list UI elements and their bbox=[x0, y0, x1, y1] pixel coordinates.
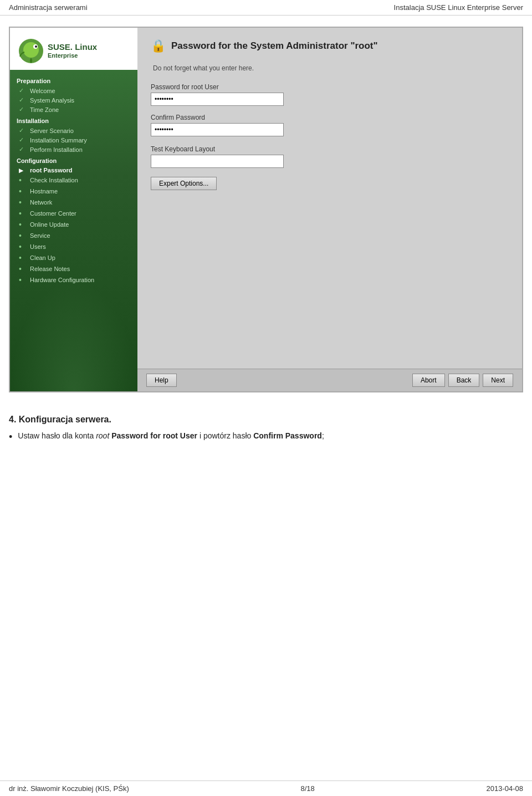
nav-item-clean-up[interactable]: • Clean Up bbox=[10, 252, 137, 263]
check-icon-system-analysis: ✓ bbox=[19, 96, 27, 104]
nav-item-welcome[interactable]: ✓ Welcome bbox=[10, 86, 137, 95]
nav-item-server-scenario[interactable]: ✓ Server Scenario bbox=[10, 126, 137, 135]
article-bullet-1: Ustaw hasło dla konta root Password for … bbox=[9, 431, 523, 443]
header-left: Administracja serwerami bbox=[9, 3, 88, 12]
nav-label-welcome: Welcome bbox=[30, 88, 55, 94]
article-heading: 4. Konfiguracja serwera. bbox=[9, 415, 523, 425]
abort-button[interactable]: Abort bbox=[412, 374, 445, 387]
keyboard-input[interactable] bbox=[151, 155, 284, 168]
logo-enterprise: Enterprise bbox=[48, 52, 97, 59]
logo-text: SUSE. Linux Enterprise bbox=[48, 42, 97, 59]
button-bar: Help Abort Back Next bbox=[137, 369, 522, 391]
bullet-service: • bbox=[19, 231, 27, 240]
bullet-clean-up: • bbox=[19, 253, 27, 262]
nav-item-network[interactable]: • Network bbox=[10, 197, 137, 208]
nav-section-preparation: Preparation bbox=[10, 74, 137, 86]
sidebar-background-decoration bbox=[10, 280, 137, 391]
nav-item-root-password[interactable]: ▶ root Password bbox=[10, 166, 137, 175]
nav-item-customer-center[interactable]: • Customer Center bbox=[10, 208, 137, 219]
nav-label-system-analysis: System Analysis bbox=[30, 97, 74, 104]
bullet-customer-center: • bbox=[19, 209, 27, 218]
check-icon-welcome: ✓ bbox=[19, 87, 27, 94]
confirm-password-input[interactable] bbox=[151, 123, 284, 136]
svg-point-3 bbox=[35, 45, 37, 48]
page-footer: dr inż. Sławomir Koczubiej (KIS, PŚk) 8/… bbox=[0, 780, 532, 796]
chameleon-icon bbox=[17, 37, 45, 65]
password-input[interactable] bbox=[151, 93, 284, 106]
sidebar: SUSE. Linux Enterprise Preparation ✓ Wel… bbox=[10, 28, 137, 391]
confirm-form-group: Confirm Password bbox=[151, 114, 509, 136]
dialog-note: Do not forget what you enter here. bbox=[153, 64, 509, 72]
navigation-buttons: Abort Back Next bbox=[412, 374, 513, 387]
nav-label-online-update: Online Update bbox=[30, 221, 69, 228]
nav-item-perform-installation[interactable]: ✓ Perform Installation bbox=[10, 145, 137, 154]
nav-label-root-password: root Password bbox=[30, 167, 72, 174]
nav-label-release-notes: Release Notes bbox=[30, 266, 70, 272]
nav-label-installation-summary: Installation Summary bbox=[30, 137, 87, 144]
nav-label-clean-up: Clean Up bbox=[30, 254, 55, 261]
dialog-title-row: 🔒 Password for the System Administrator … bbox=[151, 39, 509, 53]
nav-label-server-scenario: Server Scenario bbox=[30, 127, 74, 134]
password-form-group: Password for root User bbox=[151, 83, 509, 106]
footer-left: dr inż. Sławomir Koczubiej (KIS, PŚk) bbox=[9, 784, 129, 793]
check-icon-installation-summary: ✓ bbox=[19, 136, 27, 144]
nav-item-check-installation[interactable]: • Check Installation bbox=[10, 175, 137, 186]
bullet-release-notes: • bbox=[19, 264, 27, 273]
nav-item-service[interactable]: • Service bbox=[10, 230, 137, 241]
expert-options-button[interactable]: Expert Options... bbox=[151, 177, 217, 190]
nav-item-online-update[interactable]: • Online Update bbox=[10, 219, 137, 230]
next-button[interactable]: Next bbox=[483, 374, 513, 387]
dialog-title: Password for the System Administrator "r… bbox=[171, 40, 378, 52]
footer-right: 2013-04-08 bbox=[486, 784, 523, 793]
page-header: Administracja serwerami Instalacja SUSE … bbox=[0, 0, 532, 16]
nav-item-release-notes[interactable]: • Release Notes bbox=[10, 263, 137, 274]
lock-icon: 🔒 bbox=[151, 39, 166, 53]
footer-center: 8/18 bbox=[300, 784, 314, 793]
nav-label-hostname: Hostname bbox=[30, 188, 58, 195]
password-label: Password for root User bbox=[151, 83, 509, 91]
main-content: 🔒 Password for the System Administrator … bbox=[137, 28, 522, 391]
nav-section-configuration: Configuration bbox=[10, 154, 137, 166]
bullet-users: • bbox=[19, 242, 27, 251]
screenshot-container: SUSE. Linux Enterprise Preparation ✓ Wel… bbox=[9, 27, 523, 392]
check-icon-server-scenario: ✓ bbox=[19, 127, 27, 134]
confirm-label: Confirm Password bbox=[151, 114, 509, 121]
check-icon-perform-installation: ✓ bbox=[19, 146, 27, 153]
help-button[interactable]: Help bbox=[146, 374, 177, 387]
nav-label-customer-center: Customer Center bbox=[30, 210, 76, 217]
keyboard-label: Test Keyboard Layout bbox=[151, 145, 509, 153]
bullet-hostname: • bbox=[19, 187, 27, 196]
nav-label-time-zone: Time Zone bbox=[30, 106, 59, 113]
nav-label-check-installation: Check Installation bbox=[30, 177, 78, 183]
check-icon-time-zone: ✓ bbox=[19, 106, 27, 113]
article-bullet-text-1: Ustaw hasło dla konta root Password for … bbox=[18, 431, 324, 440]
nav-item-time-zone[interactable]: ✓ Time Zone bbox=[10, 105, 137, 114]
nav-label-perform-installation: Perform Installation bbox=[30, 146, 83, 153]
nav-item-hostname[interactable]: • Hostname bbox=[10, 186, 137, 197]
logo-suse: SUSE. Linux bbox=[48, 42, 97, 52]
nav-item-system-analysis[interactable]: ✓ System Analysis bbox=[10, 95, 137, 105]
nav-label-service: Service bbox=[30, 232, 50, 239]
article-section: 4. Konfiguracja serwera. Ustaw hasło dla… bbox=[0, 404, 532, 459]
bullet-network: • bbox=[19, 198, 27, 207]
header-right: Instalacja SUSE Linux Enterprise Server bbox=[394, 3, 523, 12]
nav-item-installation-summary[interactable]: ✓ Installation Summary bbox=[10, 135, 137, 145]
nav-label-users: Users bbox=[30, 243, 46, 250]
nav-section-installation: Installation bbox=[10, 114, 137, 126]
back-button[interactable]: Back bbox=[448, 374, 480, 387]
bullet-online-update: • bbox=[19, 220, 27, 229]
dialog-area: 🔒 Password for the System Administrator … bbox=[137, 28, 522, 369]
bullet-check-installation: • bbox=[19, 176, 27, 185]
arrow-icon-root-password: ▶ bbox=[19, 167, 27, 174]
nav-item-users[interactable]: • Users bbox=[10, 241, 137, 252]
nav-label-network: Network bbox=[30, 199, 52, 206]
svg-point-1 bbox=[23, 42, 39, 58]
keyboard-section: Test Keyboard Layout bbox=[151, 145, 509, 168]
sidebar-logo: SUSE. Linux Enterprise bbox=[10, 28, 137, 70]
